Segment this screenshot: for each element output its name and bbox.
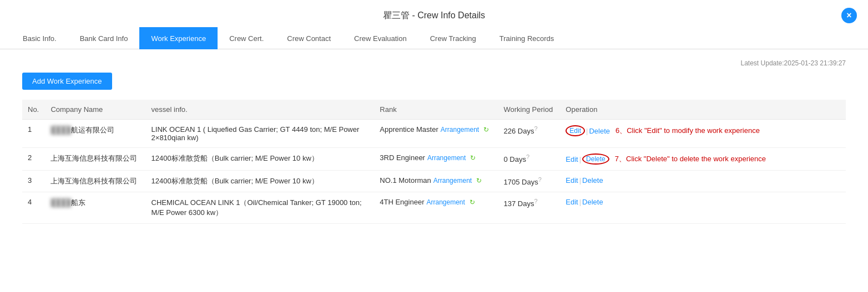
edit-link[interactable]: Edit (566, 198, 578, 206)
tabs-bar: Basic Info.Bank Card InfoWork Experience… (0, 27, 868, 49)
sync-icon: ↻ (470, 198, 475, 206)
row-company: 上海互海信息科技有限公司 (45, 171, 145, 192)
row-no: 1 (22, 120, 45, 148)
row-vessel: 12400标准散货船（Bulk carrier; M/E Power 10 kw… (146, 148, 375, 171)
tab-crew-contact[interactable]: Crew Contact (275, 27, 342, 49)
row-operation: Edit | Delete (560, 192, 846, 224)
row-no: 4 (22, 192, 45, 224)
row-working-period: 226 Days? (498, 120, 561, 148)
content-area: Latest Update:2025-01-23 21:39:27 Add Wo… (0, 49, 868, 235)
delete-link[interactable]: Delete (582, 176, 603, 185)
latest-update: Latest Update:2025-01-23 21:39:27 (22, 55, 846, 73)
edit-link[interactable]: Edit (566, 155, 578, 163)
tab-crew-tracking[interactable]: Crew Tracking (418, 27, 488, 49)
arrangement-link[interactable]: Arrangement (433, 177, 472, 185)
sync-icon: ↻ (470, 154, 476, 162)
row-company: ████船东 (45, 192, 145, 224)
tab-bank-card-info[interactable]: Bank Card Info (68, 27, 140, 49)
add-work-experience-button[interactable]: Add Work Experience (22, 73, 112, 90)
tab-work-experience[interactable]: Work Experience (139, 27, 218, 49)
row-company: 上海互海信息科技有限公司 (45, 148, 145, 171)
row-rank: 3RD Engineer Arrangement ↻ (374, 148, 498, 171)
row-company: ████航运有限公司 (45, 120, 145, 148)
col-header-working-period: Working Period (498, 100, 561, 120)
delete-link-circled[interactable]: Delete (582, 153, 609, 165)
row-vessel: CHEMICAL OCEAN LINK 1（Oil/Chemical Tanke… (146, 192, 375, 224)
row-operation: Edit | Delete (560, 171, 846, 192)
edit-link[interactable]: Edit (566, 176, 578, 185)
col-header-company-name: Company Name (45, 100, 145, 120)
arrangement-link[interactable]: Arrangement (441, 126, 479, 134)
tab-crew-evaluation[interactable]: Crew Evaluation (342, 27, 418, 49)
work-experience-table: No.Company Namevessel info.RankWorking P… (22, 100, 846, 224)
rank-label: Apprentice Master (380, 125, 438, 134)
row-vessel: LINK OCEAN 1 ( Liquefied Gas Carrier; GT… (146, 120, 375, 148)
page-title: 瞿三管 - Crew Info Details (0, 0, 868, 27)
col-header-rank: Rank (374, 100, 498, 120)
close-button[interactable]: × (841, 8, 857, 23)
row-working-period: 0 Days? (498, 148, 561, 171)
row-working-period: 1705 Days? (498, 171, 561, 192)
tab-training-records[interactable]: Training Records (488, 27, 566, 49)
sync-icon: ↻ (476, 177, 482, 185)
row-no: 3 (22, 171, 45, 192)
op-separator: | (579, 198, 581, 206)
row-working-period: 137 Days? (498, 192, 561, 224)
row-no: 2 (22, 148, 45, 171)
rank-label: 3RD Engineer (380, 153, 425, 162)
table-row: 1████航运有限公司LINK OCEAN 1 ( Liquefied Gas … (22, 120, 846, 148)
row-vessel: 12400标准散货船（Bulk carrier; M/E Power 10 kw… (146, 171, 375, 192)
rank-label: NO.1 Motorman (380, 176, 431, 185)
blurred-text: ████ (51, 126, 71, 134)
annotation-text: 7、Click "Delete" to delete the work expe… (615, 154, 766, 164)
op-separator: | (579, 176, 581, 185)
edit-link-circled[interactable]: Edit (566, 125, 585, 136)
col-header-operation: Operation (560, 100, 846, 120)
col-header-no-: No. (22, 100, 45, 120)
table-row: 2上海互海信息科技有限公司12400标准散货船（Bulk carrier; M/… (22, 148, 846, 171)
tab-basic-info[interactable]: Basic Info. (11, 27, 68, 49)
page-wrapper: 瞿三管 - Crew Info Details × Basic Info.Ban… (0, 0, 868, 292)
arrangement-link[interactable]: Arrangement (427, 198, 465, 206)
row-operation: Edit | Delete 6、Click "Edit" to modify t… (560, 120, 846, 148)
row-rank: 4TH Engineer Arrangement ↻ (374, 192, 498, 224)
delete-link[interactable]: Delete (589, 127, 610, 135)
row-rank: Apprentice Master Arrangement ↻ (374, 120, 498, 148)
annotation-text: 6、Click "Edit" to modify the work experi… (615, 126, 760, 136)
blurred-text: ████ (51, 198, 71, 207)
sync-icon: ↻ (483, 126, 489, 134)
delete-link[interactable]: Delete (582, 198, 603, 206)
tab-crew-cert[interactable]: Crew Cert. (218, 27, 275, 49)
col-header-vessel-info-: vessel info. (146, 100, 375, 120)
table-row: 3上海互海信息科技有限公司12400标准散货船（Bulk carrier; M/… (22, 171, 846, 192)
table-header: No.Company Namevessel info.RankWorking P… (22, 100, 846, 120)
row-rank: NO.1 Motorman Arrangement ↻ (374, 171, 498, 192)
op-separator: | (579, 155, 581, 163)
table-row: 4████船东CHEMICAL OCEAN LINK 1（Oil/Chemica… (22, 192, 846, 224)
arrangement-link[interactable]: Arrangement (427, 154, 466, 162)
op-separator: | (586, 127, 588, 135)
row-operation: Edit | Delete 7、Click "Delete" to delete… (560, 148, 846, 171)
rank-label: 4TH Engineer (380, 198, 424, 206)
